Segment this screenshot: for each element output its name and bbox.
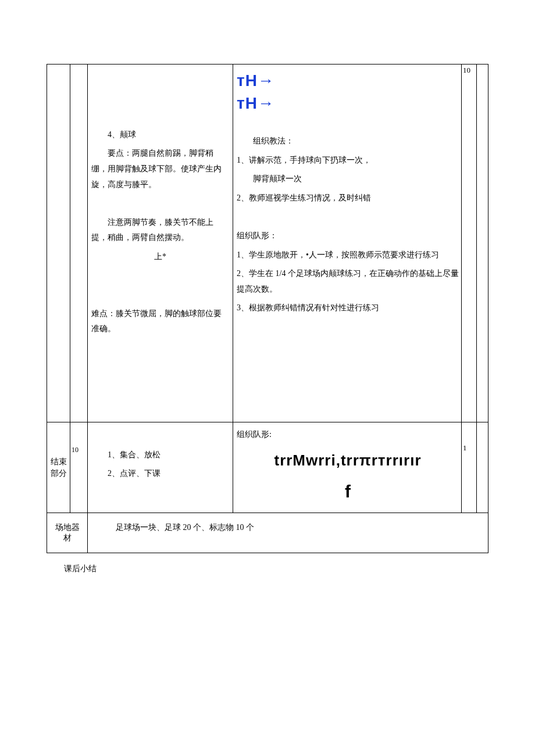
table-row: 结束部分 10 1、集合、放松 2、点评、下课 组织队形: trrMwrri,t…: [47, 422, 488, 513]
document-page: 4、颠球 要点：两腿自然前踢，脚背稍绷，用脚背触及球下部。使球产生内旋，高度与膝…: [0, 0, 535, 609]
section-cell: [47, 65, 70, 422]
teaching-method-item: 1、讲解示范，手持球向下扔球一次，: [237, 153, 459, 169]
formation-symbol: тH→: [237, 92, 459, 114]
section-label: 结束部分: [48, 456, 69, 479]
extra-cell: [477, 422, 488, 513]
end-content-item: 2、点评、下课: [91, 466, 229, 482]
count-value: 10: [463, 66, 470, 74]
end-content-item: 1、集合、放松: [91, 447, 229, 463]
equipment-value: 足球场一块、足球 20 个、标志物 10 个: [92, 522, 483, 533]
table-row: 4、颠球 要点：两腿自然前踢，脚背稍绷，用脚背触及球下部。使球产生内旋，高度与膝…: [47, 65, 488, 422]
formation-label: 组织队形:: [237, 427, 459, 443]
formation-symbol: trrMwrri,trrπrтrrırır: [237, 446, 459, 475]
teaching-method-item: 2、教师巡视学生练习情况，及时纠错: [237, 191, 459, 206]
equipment-label: 场地器材: [55, 523, 80, 542]
teaching-method-item: 脚背颠球一次: [237, 171, 459, 187]
equipment-value-cell: 足球场一块、足球 20 个、标志物 10 个: [88, 513, 488, 553]
content-cell: 1、集合、放松 2、点评、下课: [88, 422, 233, 513]
formation-symbol: f: [237, 475, 459, 508]
table-row: 场地器材 足球场一块、足球 20 个、标志物 10 个: [47, 513, 488, 553]
count-value: 1: [463, 424, 475, 453]
method-cell: 组织队形: trrMwrri,trrπrтrrırır f: [233, 422, 462, 513]
teaching-method-label: 组织教法：: [237, 134, 459, 149]
method-cell: тH→ тH→ 组织教法： 1、讲解示范，手持球向下扔球一次， 脚背颠球一次 2…: [233, 65, 462, 422]
count-cell: 10: [462, 65, 477, 422]
formation-item: 3、根据教师纠错情况有针对性进行练习: [237, 300, 459, 316]
formation-item: 1、学生原地散开，•人一球，按照教师示范要求进行练习: [237, 248, 459, 263]
lesson-plan-table: 4、颠球 要点：两腿自然前踢，脚背稍绷，用脚背触及球下部。使球产生内旋，高度与膝…: [47, 64, 488, 553]
content-up: 上*: [91, 249, 229, 265]
formation-item: 2、学生在 1/4 个足球场内颠球练习，在正确动作的基础上尽量提高次数。: [237, 266, 459, 297]
content-note: 注意两脚节奏，膝关节不能上提，稍曲，两臂自然摆动。: [91, 215, 229, 246]
formation-label: 组织队形：: [237, 228, 459, 244]
count-cell: 1: [462, 422, 477, 513]
time-value: 10: [72, 426, 86, 454]
content-cell: 4、颠球 要点：两腿自然前踢，脚背稍绷，用脚背触及球下部。使球产生内旋，高度与膝…: [88, 65, 233, 422]
content-difficulty: 难点：膝关节微屈，脚的触球部位要准确。: [91, 306, 229, 337]
content-item-title: 4、颠球: [91, 127, 229, 143]
formation-symbol: тH→: [237, 69, 459, 92]
after-class-note: 课后小结: [47, 553, 488, 574]
content-keypoint: 要点：两腿自然前踢，脚背稍绷，用脚背触及球下部。使球产生内旋，高度与膝平。: [91, 146, 229, 192]
extra-cell: [477, 65, 488, 422]
section-cell: 结束部分: [47, 422, 70, 513]
time-cell: 10: [70, 422, 88, 513]
time-cell: [70, 65, 88, 422]
equipment-label-cell: 场地器材: [47, 513, 88, 553]
